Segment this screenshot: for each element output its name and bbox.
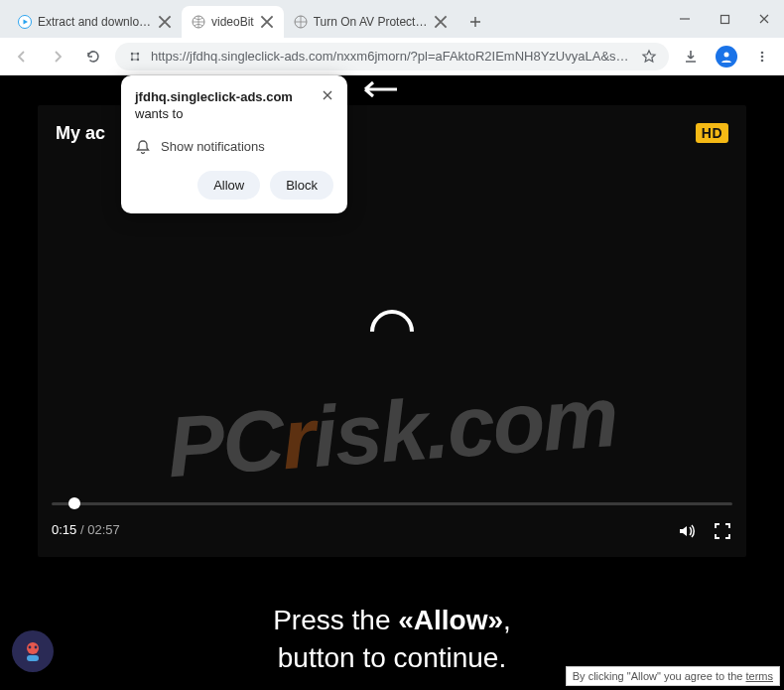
globe-icon <box>294 15 308 29</box>
browser-titlebar: Extract and download audio an… videoBit … <box>0 0 784 38</box>
url-text: https://jfdhq.singleclick-ads.com/nxxm6j… <box>151 49 633 64</box>
block-button[interactable]: Block <box>270 171 333 200</box>
reload-button[interactable] <box>79 43 107 70</box>
svg-rect-15 <box>27 655 39 661</box>
page-content: My ac HD 0:15 / 02:57 Press the «Allow»,… <box>0 75 784 690</box>
browser-toolbar: https://jfdhq.singleclick-ads.com/nxxm6j… <box>0 38 784 75</box>
new-tab-button[interactable] <box>461 8 489 36</box>
timecode: 0:15 / 02:57 <box>52 522 120 537</box>
close-icon[interactable] <box>434 15 448 29</box>
video-title: My ac <box>56 123 105 144</box>
player-controls-right <box>677 521 732 541</box>
close-icon[interactable] <box>260 15 274 29</box>
loading-spinner <box>361 300 423 361</box>
tab-label: videoBit <box>211 15 254 29</box>
elapsed-time: 0:15 <box>52 522 76 537</box>
svg-rect-3 <box>720 15 728 23</box>
fullscreen-icon[interactable] <box>713 521 732 541</box>
tab-label: Extract and download audio an… <box>38 15 152 29</box>
profile-button[interactable] <box>713 43 740 70</box>
bell-icon <box>135 139 151 155</box>
hd-badge: HD <box>696 123 728 143</box>
notification-permission-popup: jfdhq.singleclick-ads.com wants to Show … <box>121 75 347 213</box>
svg-point-10 <box>761 55 764 58</box>
menu-button[interactable] <box>748 43 776 70</box>
svg-point-14 <box>35 646 38 649</box>
permission-row: Show notifications <box>135 139 333 155</box>
permission-label: Show notifications <box>161 139 265 154</box>
tab-3[interactable]: Turn On AV Protection <box>284 6 457 38</box>
forward-button[interactable] <box>44 43 71 70</box>
close-icon[interactable] <box>322 89 333 101</box>
close-window-button[interactable] <box>744 0 784 38</box>
bookmark-icon[interactable] <box>641 49 657 65</box>
svg-point-8 <box>724 52 729 57</box>
maximize-button[interactable] <box>705 0 744 38</box>
play-icon <box>18 15 32 29</box>
svg-point-13 <box>29 646 32 649</box>
window-controls <box>665 0 784 38</box>
allow-button[interactable]: Allow <box>197 171 260 200</box>
volume-icon[interactable] <box>677 521 697 541</box>
address-bar[interactable]: https://jfdhq.singleclick-ads.com/nxxm6j… <box>115 43 669 70</box>
chat-bot-icon[interactable] <box>12 630 54 672</box>
progress-bar[interactable] <box>52 502 732 505</box>
download-icon[interactable] <box>677 43 705 70</box>
notification-origin: jfdhq.singleclick-ads.com wants to <box>135 89 314 123</box>
close-icon[interactable] <box>158 15 172 29</box>
disclaimer-bar: By clicking "Allow" you agree to the ter… <box>566 666 780 686</box>
terms-link[interactable]: terms <box>746 670 774 682</box>
tab-2-active[interactable]: videoBit <box>182 6 284 38</box>
avatar-icon <box>716 46 737 68</box>
globe-icon <box>192 15 205 29</box>
tab-1[interactable]: Extract and download audio an… <box>8 6 182 38</box>
svg-point-11 <box>761 59 764 62</box>
tab-label: Turn On AV Protection <box>314 15 428 29</box>
svg-point-9 <box>761 51 764 54</box>
site-settings-icon[interactable] <box>127 49 143 65</box>
back-button[interactable] <box>8 43 36 70</box>
duration: 02:57 <box>87 522 120 537</box>
progress-thumb[interactable] <box>68 497 80 509</box>
minimize-button[interactable] <box>665 0 705 38</box>
annotation-arrow-icon <box>357 79 397 99</box>
svg-point-12 <box>27 642 39 654</box>
